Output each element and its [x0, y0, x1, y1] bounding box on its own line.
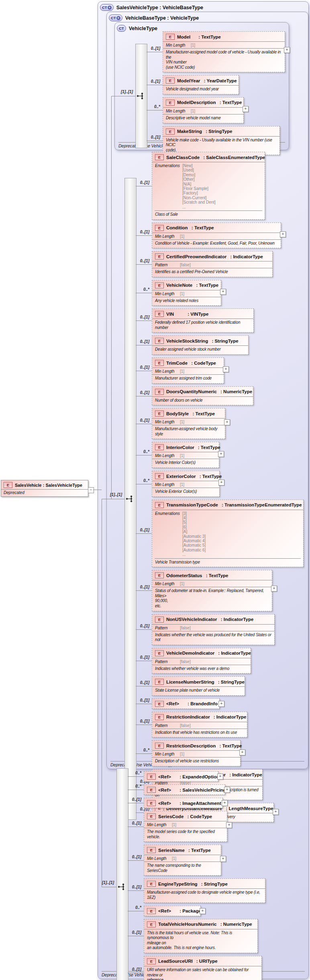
cardinality-label: 0..*: [125, 478, 149, 483]
element-box[interactable]: E <Ref> : ImageAttachment +: [144, 798, 223, 808]
connector-stub: [136, 345, 152, 345]
element-box[interactable]: E InteriorColor : TextType Min Length [1…: [152, 442, 219, 468]
expand-icon[interactable]: +: [218, 451, 224, 457]
connector-stub: [147, 52, 163, 52]
element-box[interactable]: E <Ref> : ExpandedOption +: [144, 771, 218, 782]
element-icon: E: [166, 78, 175, 84]
cardinality-label: 0..[1]: [136, 46, 160, 51]
facet-value: [1]: [191, 109, 195, 113]
element-name: ModelDescription: [177, 100, 216, 105]
collapse-icon[interactable]: −: [88, 487, 94, 493]
element-box[interactable]: E Condition : TextType Min Length [1] Co…: [152, 223, 281, 249]
expand-icon[interactable]: +: [239, 749, 245, 755]
facet-row: Min Length [1]: [152, 481, 219, 488]
element-header: E <Ref> : ImageAttachment: [144, 798, 222, 808]
connector-line: [111, 96, 112, 499]
expand-icon[interactable]: +: [218, 480, 224, 486]
element-type: : CodeType: [186, 814, 212, 819]
expand-icon[interactable]: +: [243, 106, 249, 112]
element-type: : TextType: [218, 100, 242, 105]
sequence-icon[interactable]: [125, 495, 135, 503]
element-name: CertifiedPreownedIndicator: [166, 254, 226, 259]
element-icon: E: [155, 338, 164, 344]
element-box[interactable]: E ExteriorColor : TextType Min Length [1…: [152, 471, 220, 497]
element-box[interactable]: E CertifiedPreownedIndicator : Indicator…: [152, 251, 273, 277]
element-box[interactable]: E EngineTypeString : StringType Manufact…: [144, 878, 265, 902]
element-box[interactable]: E <Ref> : BrandedInfo +: [152, 698, 220, 709]
connector-line: [93, 490, 102, 490]
element-box[interactable]: E OdometerStatus : TextType Min Length […: [152, 570, 272, 611]
complex-type-header[interactable]: CT + SalesVehicleType : VehicleBaseType: [98, 2, 308, 11]
element-box[interactable]: E SeriesCode : CodeType Min Length [1] T…: [144, 811, 227, 842]
root-element-sales-vehicle[interactable]: E SalesVehicle : SalesVehicleType Deprec…: [1, 480, 88, 497]
expand-icon[interactable]: +: [220, 289, 226, 295]
element-box[interactable]: E VehicleNote : TextType Min Length [1] …: [152, 280, 221, 306]
sequence-icon[interactable]: [136, 92, 146, 100]
element-name: VehicleStockString: [166, 339, 208, 343]
enumeration-values: [New] [Used] [Demo] [Other] [N/A] [Floor…: [182, 163, 216, 209]
expand-icon[interactable]: +: [223, 366, 229, 372]
element-box[interactable]: E TotalVehicleHoursNumeric : NumericType…: [144, 919, 258, 953]
expand-icon[interactable]: +: [200, 908, 206, 914]
element-box[interactable]: E <Ref> : SalesVehiclePricing +: [144, 784, 225, 795]
expand-icon[interactable]: +: [222, 800, 228, 806]
facet-row: Min Length [1]: [152, 233, 281, 239]
element-icon: E: [155, 701, 164, 707]
cardinality-label: 0..[1]: [125, 655, 149, 659]
cardinality-label: 0..*: [117, 905, 141, 910]
element-header: E MakeString : StringType: [163, 127, 279, 136]
expand-icon[interactable]: +: [218, 701, 224, 707]
element-box[interactable]: E SeriesName : TextType Min Length [1] T…: [144, 845, 221, 876]
element-box[interactable]: E VehicleDemoIndicator : IndicatorType P…: [152, 648, 251, 674]
facet-row: Min Length [1]: [152, 418, 225, 425]
expand-icon[interactable]: +: [217, 774, 223, 780]
facet-row: Min Length [1]: [152, 750, 240, 757]
element-header: E InteriorColor : TextType: [152, 442, 219, 452]
facet-row: Min Length [1]: [152, 290, 221, 297]
element-box[interactable]: E VehicleStockString : StringType Dealer…: [152, 335, 249, 355]
connector-stub: [136, 235, 152, 236]
element-box[interactable]: E RestrictionDescription : TextType Min …: [152, 740, 241, 766]
element-box[interactable]: E RestrictionIndicator : IndicatorType P…: [152, 712, 247, 738]
element-box[interactable]: E LeadSourceURI : URIType URI where info…: [144, 956, 262, 980]
element-row: 0..[1] E EngineTypeString : StringType M…: [144, 878, 300, 902]
element-type: : IndicatorType: [217, 651, 251, 655]
expand-icon[interactable]: +: [226, 822, 232, 828]
element-box[interactable]: E <Ref> : Package +: [144, 906, 201, 916]
expand-icon[interactable]: +: [284, 47, 290, 53]
element-row: 0..* E VehicleNote : TextType Min Length…: [152, 280, 308, 306]
expand-icon[interactable]: +: [220, 856, 226, 862]
expand-icon[interactable]: +: [271, 586, 277, 592]
expand-icon[interactable]: +: [224, 787, 230, 793]
element-row: 0..* E <Ref> : ExpandedOption +: [144, 771, 300, 782]
facet-label: Min Length: [155, 369, 180, 374]
element-box[interactable]: E TransmissionTypeCode : TransmissionTyp…: [152, 500, 304, 568]
facet-label: Min Length: [147, 856, 172, 861]
element-box[interactable]: E MakeString : StringType Vehicle make c…: [163, 126, 280, 155]
element-row: 0..[1] E TotalVehicleHoursNumeric : Nume…: [144, 919, 300, 953]
complex-type-header[interactable]: CT + VehicleBaseType : VehicleType: [107, 12, 308, 21]
element-box[interactable]: E DoorsQuantityNumeric : NumericType Num…: [152, 386, 253, 406]
element-box[interactable]: E ModelDescription : TextType Min Length…: [163, 97, 244, 123]
element-icon: E: [155, 444, 164, 450]
element-icon: E: [147, 813, 156, 819]
element-description: Descriptive vehicle model name: [163, 114, 243, 123]
element-description: Vehicle designated model year: [163, 85, 239, 94]
cardinality-label: 0..[1]: [125, 528, 149, 532]
element-box[interactable]: E NonUSVehicleIndicator : IndicatorType …: [152, 614, 275, 645]
connector-line: [111, 96, 135, 96]
element-description: Vehicle Transmission type: [155, 558, 301, 567]
element-box[interactable]: E BodyStyle : TextType Min Length [1] Ma…: [152, 408, 225, 439]
expand-icon[interactable]: +: [224, 419, 230, 425]
element-box[interactable]: E SaleClassCode : SaleClassEnumeratedTyp…: [152, 152, 265, 220]
element-name: OdometerStatus: [166, 573, 202, 578]
element-box[interactable]: E TrimCode : CodeType Min Length [1] Man…: [152, 357, 224, 384]
element-icon: E: [147, 787, 156, 793]
element-box[interactable]: E LicenseNumberString : StringType State…: [152, 676, 245, 696]
element-box[interactable]: E Model : TextType Min Length [1] Manufa…: [163, 31, 285, 72]
expand-icon[interactable]: +: [280, 231, 286, 237]
element-box[interactable]: E VIN : VINType Federally defined 17 pos…: [152, 308, 254, 333]
element-type: : TextType: [187, 848, 211, 853]
complex-type-header[interactable]: CT VehicleType: [115, 22, 289, 32]
element-box[interactable]: E ModelYear : YearDateType Vehicle desig…: [163, 75, 239, 94]
